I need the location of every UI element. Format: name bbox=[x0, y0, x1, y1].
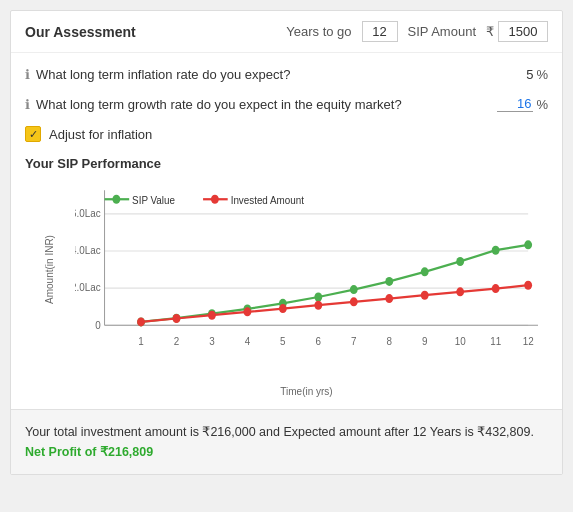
svg-text:1: 1 bbox=[138, 335, 144, 348]
y-axis-text: Amount(in INR) bbox=[44, 235, 55, 304]
svg-point-51 bbox=[524, 281, 532, 290]
checkmark-icon: ✓ bbox=[29, 128, 38, 141]
question-2-input[interactable] bbox=[497, 96, 533, 112]
svg-point-45 bbox=[314, 301, 322, 310]
svg-point-50 bbox=[492, 284, 500, 293]
svg-point-48 bbox=[421, 291, 429, 300]
svg-point-43 bbox=[243, 307, 251, 316]
svg-text:3: 3 bbox=[209, 335, 215, 348]
rupee-symbol: ₹ bbox=[486, 24, 494, 39]
svg-point-39 bbox=[524, 240, 532, 249]
svg-text:11: 11 bbox=[490, 335, 501, 348]
svg-text:SIP Value: SIP Value bbox=[132, 193, 175, 206]
svg-text:9: 9 bbox=[422, 335, 428, 348]
svg-point-35 bbox=[385, 277, 393, 286]
svg-point-26 bbox=[211, 195, 219, 204]
svg-point-42 bbox=[208, 311, 216, 320]
svg-text:Invested Amount: Invested Amount bbox=[231, 193, 304, 206]
svg-point-44 bbox=[279, 304, 287, 313]
svg-point-36 bbox=[421, 267, 429, 276]
svg-point-47 bbox=[385, 294, 393, 303]
adjust-inflation-checkbox[interactable]: ✓ bbox=[25, 126, 41, 142]
chart-title: Your SIP Performance bbox=[25, 156, 548, 171]
chart-container: Amount(in INR) 0 2.0Lac 4.0Lac 6.0Lac 1 … bbox=[25, 179, 548, 399]
sip-amount-label: SIP Amount bbox=[408, 24, 476, 39]
footer-text: Your total investment amount is ₹216,000… bbox=[25, 425, 534, 439]
years-to-go-label: Years to go bbox=[286, 24, 351, 39]
svg-text:4.0Lac: 4.0Lac bbox=[75, 244, 101, 257]
svg-point-41 bbox=[173, 314, 181, 323]
question-1-row: ℹ What long term inflation rate do you e… bbox=[25, 67, 548, 82]
sip-amount-group: ₹ 1500 bbox=[486, 21, 548, 42]
svg-text:12: 12 bbox=[523, 335, 534, 348]
chart-svg: 0 2.0Lac 4.0Lac 6.0Lac 1 2 3 4 5 6 7 8 9… bbox=[75, 179, 538, 359]
sip-amount-value[interactable]: 1500 bbox=[498, 21, 548, 42]
svg-point-37 bbox=[456, 257, 464, 266]
question-1-unit: % bbox=[536, 67, 548, 82]
question-2-row: ℹ What long term growth rate do you expe… bbox=[25, 96, 548, 112]
info-icon-1[interactable]: ℹ bbox=[25, 67, 30, 82]
main-card: Our Assessment Years to go 12 SIP Amount… bbox=[10, 10, 563, 475]
svg-point-23 bbox=[112, 195, 120, 204]
adjust-inflation-label: Adjust for inflation bbox=[49, 127, 152, 142]
y-axis-label: Amount(in INR) bbox=[25, 179, 73, 359]
x-axis-label: Time(in yrs) bbox=[75, 386, 538, 397]
years-to-go-value[interactable]: 12 bbox=[362, 21, 398, 42]
info-icon-2[interactable]: ℹ bbox=[25, 97, 30, 112]
footer: Your total investment amount is ₹216,000… bbox=[11, 409, 562, 474]
card-title: Our Assessment bbox=[25, 24, 286, 40]
svg-text:6: 6 bbox=[316, 335, 322, 348]
svg-text:10: 10 bbox=[455, 335, 466, 348]
svg-point-40 bbox=[137, 317, 145, 326]
svg-text:0: 0 bbox=[95, 318, 101, 331]
adjust-inflation-row: ✓ Adjust for inflation bbox=[25, 126, 548, 142]
question-1-text: What long term inflation rate do you exp… bbox=[36, 67, 503, 82]
svg-text:2: 2 bbox=[174, 335, 180, 348]
content: ℹ What long term inflation rate do you e… bbox=[11, 53, 562, 409]
net-profit-text: Net Profit of ₹216,809 bbox=[25, 445, 153, 459]
header-fields: Years to go 12 SIP Amount ₹ 1500 bbox=[286, 21, 548, 42]
svg-point-33 bbox=[314, 293, 322, 302]
question-2-unit: % bbox=[536, 97, 548, 112]
svg-text:5: 5 bbox=[280, 335, 286, 348]
svg-text:8: 8 bbox=[387, 335, 393, 348]
svg-text:2.0Lac: 2.0Lac bbox=[75, 281, 101, 294]
svg-text:7: 7 bbox=[351, 335, 357, 348]
question-1-value: 5 bbox=[513, 67, 533, 82]
svg-point-34 bbox=[350, 285, 358, 294]
svg-point-38 bbox=[492, 246, 500, 255]
svg-point-49 bbox=[456, 287, 464, 296]
svg-point-46 bbox=[350, 297, 358, 306]
question-2-text: What long term growth rate do you expect… bbox=[36, 97, 487, 112]
svg-text:4: 4 bbox=[245, 335, 251, 348]
svg-text:6.0Lac: 6.0Lac bbox=[75, 207, 101, 220]
header: Our Assessment Years to go 12 SIP Amount… bbox=[11, 11, 562, 53]
